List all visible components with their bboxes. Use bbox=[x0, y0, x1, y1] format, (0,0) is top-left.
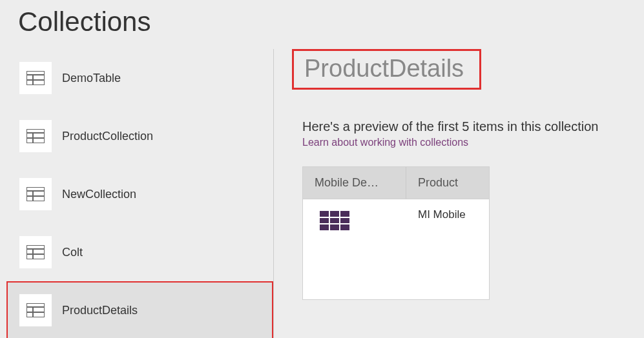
page-title: Collections bbox=[0, 0, 644, 49]
preview-description: Here's a preview of the first 5 items in… bbox=[302, 119, 631, 134]
svg-rect-4 bbox=[26, 129, 45, 143]
collection-title-highlight: ProductDetails bbox=[292, 49, 481, 90]
svg-rect-12 bbox=[26, 245, 45, 259]
table-icon bbox=[19, 294, 52, 326]
svg-rect-16 bbox=[26, 303, 45, 317]
cell-mobile-details[interactable] bbox=[303, 199, 406, 243]
column-header-product[interactable]: Product bbox=[406, 167, 489, 199]
cell-product: MI Mobile bbox=[406, 199, 489, 230]
table-row[interactable]: MI Mobile bbox=[303, 199, 489, 299]
table-icon bbox=[19, 120, 52, 152]
sidebar-item-newcollection[interactable]: NewCollection bbox=[6, 165, 273, 223]
svg-rect-8 bbox=[26, 187, 45, 201]
table-icon bbox=[19, 236, 52, 268]
nested-table-icon bbox=[320, 211, 395, 234]
table-icon bbox=[19, 62, 52, 94]
preview-table: Mobile De… Product MI Mobile bbox=[302, 166, 490, 300]
learn-collections-link[interactable]: Learn about working with collections bbox=[302, 137, 631, 148]
sidebar-item-label: ProductCollection bbox=[62, 130, 153, 143]
column-header-mobile-details[interactable]: Mobile De… bbox=[303, 167, 406, 199]
sidebar-item-productcollection[interactable]: ProductCollection bbox=[6, 107, 273, 165]
sidebar-item-label: NewCollection bbox=[62, 188, 136, 201]
table-icon bbox=[19, 178, 52, 210]
collection-detail-panel: ProductDetails Here's a preview of the f… bbox=[274, 49, 644, 338]
sidebar-item-demotable[interactable]: DemoTable bbox=[6, 49, 273, 107]
table-header-row: Mobile De… Product bbox=[303, 167, 489, 199]
svg-rect-0 bbox=[26, 71, 45, 85]
collection-title: ProductDetails bbox=[304, 55, 464, 83]
sidebar-item-colt[interactable]: Colt bbox=[6, 223, 273, 281]
sidebar-item-productdetails[interactable]: ProductDetails bbox=[6, 281, 273, 338]
sidebar-item-label: ProductDetails bbox=[62, 304, 138, 317]
svg-rect-20 bbox=[320, 211, 349, 230]
sidebar-item-label: DemoTable bbox=[62, 72, 121, 85]
sidebar-item-label: Colt bbox=[62, 246, 83, 259]
collections-sidebar: DemoTable ProductCollection NewCollectio… bbox=[0, 49, 273, 338]
